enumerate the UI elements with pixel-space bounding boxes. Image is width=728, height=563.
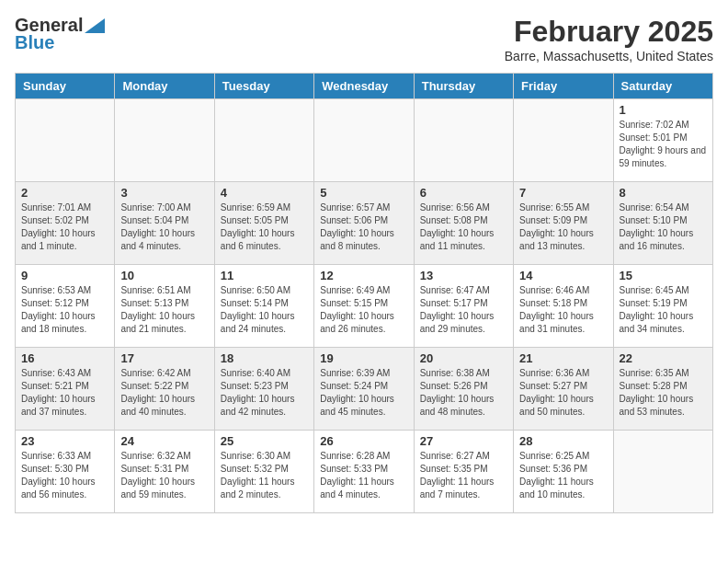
day-info: Sunrise: 6:46 AM Sunset: 5:18 PM Dayligh… <box>519 284 607 336</box>
day-number: 4 <box>221 186 308 200</box>
calendar-day-cell: 15Sunrise: 6:45 AM Sunset: 5:19 PM Dayli… <box>613 265 712 348</box>
day-number: 2 <box>21 186 108 200</box>
day-info: Sunrise: 6:54 AM Sunset: 5:10 PM Dayligh… <box>620 201 707 253</box>
day-number: 7 <box>519 186 607 200</box>
day-info: Sunrise: 6:56 AM Sunset: 5:08 PM Dayligh… <box>420 201 507 253</box>
day-number: 1 <box>620 103 707 117</box>
day-info: Sunrise: 6:39 AM Sunset: 5:24 PM Dayligh… <box>320 367 407 419</box>
day-info: Sunrise: 6:27 AM Sunset: 5:35 PM Dayligh… <box>420 450 507 501</box>
calendar-week-row: 23Sunrise: 6:33 AM Sunset: 5:30 PM Dayli… <box>16 431 713 513</box>
day-number: 17 <box>120 351 208 365</box>
day-info: Sunrise: 6:49 AM Sunset: 5:15 PM Dayligh… <box>320 284 407 336</box>
calendar-day-cell: 13Sunrise: 6:47 AM Sunset: 5:17 PM Dayli… <box>414 265 513 348</box>
day-info: Sunrise: 6:42 AM Sunset: 5:22 PM Dayligh… <box>120 367 208 419</box>
weekday-header: Wednesday <box>314 74 414 99</box>
calendar-day-cell: 14Sunrise: 6:46 AM Sunset: 5:18 PM Dayli… <box>514 265 613 348</box>
calendar-day-cell: 26Sunrise: 6:28 AM Sunset: 5:33 PM Dayli… <box>314 431 414 513</box>
calendar-day-cell: 6Sunrise: 6:56 AM Sunset: 5:08 PM Daylig… <box>414 182 513 265</box>
calendar-day-cell <box>514 99 613 182</box>
day-info: Sunrise: 6:28 AM Sunset: 5:33 PM Dayligh… <box>320 450 407 501</box>
day-number: 11 <box>221 269 308 282</box>
day-info: Sunrise: 6:51 AM Sunset: 5:13 PM Dayligh… <box>120 284 208 336</box>
weekday-header: Tuesday <box>214 74 313 99</box>
day-number: 10 <box>120 269 208 282</box>
day-info: Sunrise: 6:25 AM Sunset: 5:36 PM Dayligh… <box>519 450 607 501</box>
calendar-day-cell: 3Sunrise: 7:00 AM Sunset: 5:04 PM Daylig… <box>115 182 214 265</box>
day-number: 19 <box>320 351 407 365</box>
weekday-header: Sunday <box>16 74 115 99</box>
day-number: 3 <box>120 186 208 200</box>
calendar-day-cell: 11Sunrise: 6:50 AM Sunset: 5:14 PM Dayli… <box>214 265 313 348</box>
calendar-day-cell: 16Sunrise: 6:43 AM Sunset: 5:21 PM Dayli… <box>16 348 115 431</box>
calendar-day-cell <box>214 99 313 182</box>
calendar-day-cell <box>314 99 414 182</box>
day-number: 12 <box>320 269 407 282</box>
calendar-day-cell: 2Sunrise: 7:01 AM Sunset: 5:02 PM Daylig… <box>16 182 115 265</box>
day-number: 5 <box>320 186 407 200</box>
month-title: February 2025 <box>505 15 713 49</box>
calendar-day-cell <box>414 99 513 182</box>
day-number: 6 <box>420 186 507 200</box>
svg-marker-0 <box>85 18 105 33</box>
calendar-day-cell: 21Sunrise: 6:36 AM Sunset: 5:27 PM Dayli… <box>514 348 613 431</box>
calendar-day-cell: 10Sunrise: 6:51 AM Sunset: 5:13 PM Dayli… <box>115 265 214 348</box>
day-number: 8 <box>620 186 707 200</box>
day-number: 27 <box>420 434 507 448</box>
calendar-header-row: SundayMondayTuesdayWednesdayThursdayFrid… <box>16 74 713 99</box>
logo-icon <box>85 18 105 33</box>
calendar-day-cell: 4Sunrise: 6:59 AM Sunset: 5:05 PM Daylig… <box>214 182 313 265</box>
calendar-day-cell <box>115 99 214 182</box>
day-info: Sunrise: 7:01 AM Sunset: 5:02 PM Dayligh… <box>21 201 108 253</box>
day-number: 14 <box>519 269 607 282</box>
day-number: 9 <box>21 269 108 282</box>
calendar-day-cell: 7Sunrise: 6:55 AM Sunset: 5:09 PM Daylig… <box>514 182 613 265</box>
weekday-header: Thursday <box>414 74 513 99</box>
calendar-day-cell: 9Sunrise: 6:53 AM Sunset: 5:12 PM Daylig… <box>16 265 115 348</box>
day-info: Sunrise: 6:30 AM Sunset: 5:32 PM Dayligh… <box>221 450 308 501</box>
day-number: 13 <box>420 269 507 282</box>
calendar-day-cell: 23Sunrise: 6:33 AM Sunset: 5:30 PM Dayli… <box>16 431 115 513</box>
day-info: Sunrise: 6:33 AM Sunset: 5:30 PM Dayligh… <box>21 450 108 501</box>
day-info: Sunrise: 6:50 AM Sunset: 5:14 PM Dayligh… <box>221 284 308 336</box>
day-info: Sunrise: 6:59 AM Sunset: 5:05 PM Dayligh… <box>221 201 308 253</box>
day-number: 16 <box>21 351 108 365</box>
title-section: February 2025 Barre, Massachusetts, Unit… <box>505 15 713 63</box>
calendar-week-row: 1Sunrise: 7:02 AM Sunset: 5:01 PM Daylig… <box>16 99 713 182</box>
calendar-day-cell: 18Sunrise: 6:40 AM Sunset: 5:23 PM Dayli… <box>214 348 313 431</box>
day-info: Sunrise: 6:40 AM Sunset: 5:23 PM Dayligh… <box>221 367 308 419</box>
logo-blue-text: Blue <box>15 32 54 53</box>
calendar-day-cell: 8Sunrise: 6:54 AM Sunset: 5:10 PM Daylig… <box>613 182 712 265</box>
day-info: Sunrise: 6:35 AM Sunset: 5:28 PM Dayligh… <box>620 367 707 419</box>
calendar-day-cell: 12Sunrise: 6:49 AM Sunset: 5:15 PM Dayli… <box>314 265 414 348</box>
day-info: Sunrise: 6:36 AM Sunset: 5:27 PM Dayligh… <box>519 367 607 419</box>
day-number: 20 <box>420 351 507 365</box>
calendar-day-cell: 28Sunrise: 6:25 AM Sunset: 5:36 PM Dayli… <box>514 431 613 513</box>
calendar-day-cell <box>613 431 712 513</box>
day-info: Sunrise: 6:55 AM Sunset: 5:09 PM Dayligh… <box>519 201 607 253</box>
calendar-week-row: 2Sunrise: 7:01 AM Sunset: 5:02 PM Daylig… <box>16 182 713 265</box>
calendar-day-cell: 1Sunrise: 7:02 AM Sunset: 5:01 PM Daylig… <box>613 99 712 182</box>
day-number: 26 <box>320 434 407 448</box>
calendar-table: SundayMondayTuesdayWednesdayThursdayFrid… <box>15 73 713 513</box>
logo: General Blue <box>15 15 105 53</box>
calendar-day-cell: 25Sunrise: 6:30 AM Sunset: 5:32 PM Dayli… <box>214 431 313 513</box>
day-info: Sunrise: 6:45 AM Sunset: 5:19 PM Dayligh… <box>620 284 707 336</box>
calendar-day-cell: 24Sunrise: 6:32 AM Sunset: 5:31 PM Dayli… <box>115 431 214 513</box>
day-info: Sunrise: 7:02 AM Sunset: 5:01 PM Dayligh… <box>620 119 707 170</box>
day-number: 18 <box>221 351 308 365</box>
calendar-day-cell: 17Sunrise: 6:42 AM Sunset: 5:22 PM Dayli… <box>115 348 214 431</box>
weekday-header: Friday <box>514 74 613 99</box>
day-number: 25 <box>221 434 308 448</box>
day-number: 22 <box>620 351 707 365</box>
weekday-header: Monday <box>115 74 214 99</box>
day-number: 28 <box>519 434 607 448</box>
day-info: Sunrise: 6:53 AM Sunset: 5:12 PM Dayligh… <box>21 284 108 336</box>
calendar-week-row: 9Sunrise: 6:53 AM Sunset: 5:12 PM Daylig… <box>16 265 713 348</box>
day-number: 15 <box>620 269 707 282</box>
page-header: General Blue February 2025 Barre, Massac… <box>15 15 713 63</box>
calendar-week-row: 16Sunrise: 6:43 AM Sunset: 5:21 PM Dayli… <box>16 348 713 431</box>
day-info: Sunrise: 6:47 AM Sunset: 5:17 PM Dayligh… <box>420 284 507 336</box>
day-info: Sunrise: 7:00 AM Sunset: 5:04 PM Dayligh… <box>120 201 208 253</box>
calendar-day-cell: 20Sunrise: 6:38 AM Sunset: 5:26 PM Dayli… <box>414 348 513 431</box>
calendar-day-cell: 5Sunrise: 6:57 AM Sunset: 5:06 PM Daylig… <box>314 182 414 265</box>
